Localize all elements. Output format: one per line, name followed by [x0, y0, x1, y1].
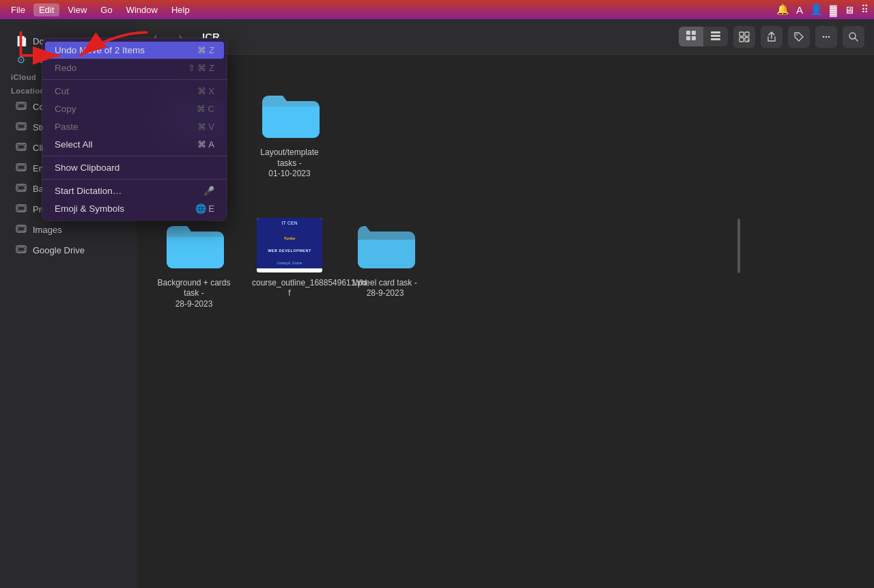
show-clipboard-label: Show Clipboard: [55, 163, 119, 173]
display-icon[interactable]: 🖥: [844, 4, 854, 16]
svg-rect-16: [18, 206, 25, 210]
undo-label: Undo Move of 2 Items: [55, 45, 145, 55]
svg-rect-28: [711, 31, 720, 33]
svg-point-39: [828, 36, 830, 38]
client-work-drive-icon: [15, 141, 27, 154]
copy-shortcut: ⌘ C: [197, 104, 214, 114]
text-icon[interactable]: A: [796, 4, 803, 16]
svg-point-11: [24, 169, 25, 171]
svg-point-17: [24, 210, 25, 212]
start-dictation-icon: 🎤: [203, 186, 214, 196]
file-item-layout-template[interactable]: Layout/template tasks -01-10-2023: [249, 87, 330, 180]
file-item-course-outline[interactable]: IT CEN Turbo WEB DEVELOPMENT Cuming E. C…: [249, 218, 330, 310]
svg-point-37: [823, 36, 825, 38]
file-grid-7days: Basics Layout/template tasks -01-10-2023: [153, 87, 858, 180]
menu-item-select-all[interactable]: Select All ⌘ A: [45, 136, 224, 153]
menu-item-redo[interactable]: Redo ⇧ ⌘ Z: [45, 59, 224, 76]
layout-template-label: Layout/template tasks -01-10-2023: [252, 148, 327, 180]
start-dictation-label: Start Dictation…: [55, 186, 122, 196]
svg-rect-32: [745, 32, 749, 36]
view-toggle: [679, 27, 728, 46]
cut-shortcut: ⌘ X: [197, 86, 214, 96]
redo-shortcut: ⇧ ⌘ Z: [188, 63, 214, 73]
divider-1: [42, 79, 227, 80]
svg-point-14: [24, 190, 25, 191]
menu-edit[interactable]: Edit: [33, 3, 59, 16]
backups-drive-icon: [15, 182, 27, 195]
more-button[interactable]: [815, 26, 837, 48]
svg-rect-33: [739, 38, 744, 42]
menu-item-emoji[interactable]: Emoji & Symbols 🌐 E: [45, 200, 224, 217]
downloads-icon: ⊙: [15, 54, 27, 65]
copy-label: Copy: [55, 104, 76, 114]
emoji-label: Emoji & Symbols: [55, 204, 124, 214]
svg-text:▾: ▾: [747, 38, 749, 42]
view-options-button[interactable]: ▾: [733, 26, 755, 48]
svg-rect-10: [18, 165, 25, 169]
tag-button[interactable]: [788, 26, 810, 48]
section-header-7days: Previous 7 Days: [153, 68, 858, 78]
select-all-label: Select All: [55, 139, 93, 150]
google-drive-icon: [15, 244, 27, 257]
svg-rect-30: [711, 38, 720, 40]
redo-label: Redo: [55, 63, 76, 73]
share-button[interactable]: [761, 26, 783, 48]
svg-point-23: [24, 251, 25, 253]
paste-label: Paste: [55, 122, 79, 132]
file-item-wheel-card[interactable]: Wheel card task - 28-9-2023: [344, 218, 426, 310]
bg-cards-label: Background + cards task -28-9-2023: [156, 278, 231, 310]
svg-rect-22: [18, 247, 25, 251]
sidebar-item-images[interactable]: Images: [4, 220, 132, 240]
menu-item-show-clipboard[interactable]: Show Clipboard: [45, 159, 224, 176]
menu-item-undo[interactable]: Undo Move of 2 Items ⌘ Z: [45, 42, 224, 59]
sidebar-item-google-drive-label: Google Drive: [33, 245, 85, 255]
pdf-header: IT CEN: [257, 218, 322, 229]
select-all-shortcut: ⌘ A: [197, 139, 214, 150]
redo-shortcut-text: ⇧ ⌘ Z: [188, 63, 214, 73]
menu-help[interactable]: Help: [166, 3, 195, 16]
study-drive-icon: [15, 121, 27, 134]
user-icon[interactable]: 👤: [810, 3, 823, 16]
app-window: 📄 Documents ⊙ Downloads iCloud Locations…: [0, 19, 874, 588]
menu-go[interactable]: Go: [95, 3, 117, 16]
list-view-button[interactable]: [703, 27, 728, 46]
menu-item-paste[interactable]: Paste ⌘ V: [45, 118, 224, 135]
divider-3: [42, 179, 227, 180]
icon-view-button[interactable]: [679, 27, 703, 46]
menu-view[interactable]: View: [62, 3, 92, 16]
battery-icon: ▓: [830, 4, 837, 16]
svg-rect-29: [711, 35, 720, 37]
notification-icon[interactable]: 🔔: [776, 3, 789, 16]
menu-item-start-dictation[interactable]: Start Dictation… 🎤: [45, 182, 224, 199]
svg-rect-27: [692, 36, 696, 40]
sidebar-item-google-drive[interactable]: Google Drive: [4, 240, 132, 260]
pdf-body: Introduction: In this ICR Course, IT Cod…: [257, 268, 322, 272]
menubar-right: 🔔 A 👤 ▓ 🖥 ⠿: [776, 3, 869, 16]
menu-item-copy[interactable]: Copy ⌘ C: [45, 100, 224, 117]
coding-drive-icon: [15, 100, 27, 113]
menu-window[interactable]: Window: [121, 3, 163, 16]
svg-rect-4: [18, 124, 25, 128]
svg-rect-19: [18, 227, 25, 231]
search-button[interactable]: [843, 26, 864, 48]
menu-file[interactable]: File: [5, 3, 31, 16]
file-item-bg-cards[interactable]: Background + cards task -28-9-2023: [153, 218, 235, 310]
svg-point-36: [796, 34, 798, 36]
svg-point-8: [24, 149, 25, 150]
undo-shortcut-text: ⌘ Z: [197, 45, 214, 55]
svg-rect-1: [18, 104, 25, 108]
entertainment-drive-icon: [15, 162, 27, 175]
control-center-icon[interactable]: ⠿: [861, 3, 869, 16]
svg-rect-13: [18, 186, 25, 190]
wheel-card-folder-icon: [352, 218, 418, 272]
wheel-card-label: Wheel card task - 28-9-2023: [348, 278, 423, 299]
menu-item-cut[interactable]: Cut ⌘ X: [45, 83, 224, 100]
course-outline-label: course_outline_1688549611.pdf: [252, 278, 327, 299]
svg-rect-7: [18, 145, 25, 149]
section-header-30days: Previous 30 Days: [153, 199, 858, 208]
file-area: Previous 7 Days Basics: [137, 55, 874, 588]
svg-line-41: [855, 38, 858, 41]
cut-label: Cut: [55, 86, 69, 96]
sidebar-scrollbar[interactable]: [737, 219, 740, 273]
svg-point-5: [24, 128, 25, 130]
